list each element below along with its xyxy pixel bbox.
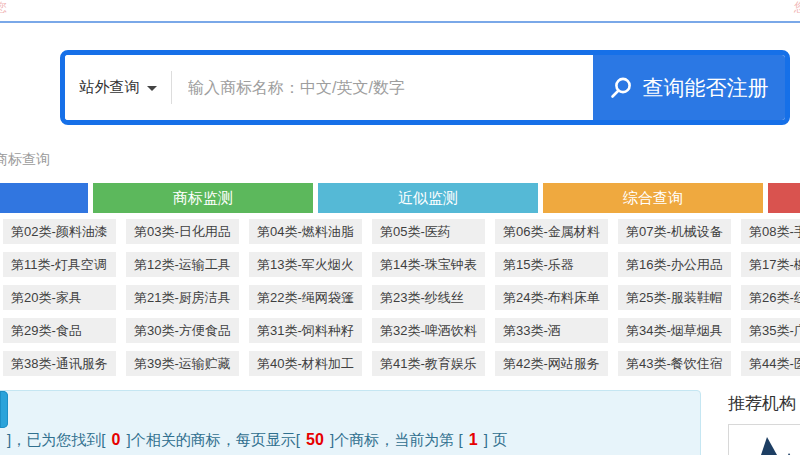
tabs-row: 商标监测近似监测综合查询 bbox=[0, 183, 800, 213]
result-info-box: ]，已为您找到[ 0 ]个相关的商标，每页显示[ 50 ]个商标，当前为第 [ … bbox=[0, 390, 701, 455]
recommend-agency-title: 推荐机构 bbox=[728, 392, 796, 415]
category-cell[interactable]: 第03类-日化用品 bbox=[126, 219, 239, 244]
category-cell[interactable]: 第34类-烟草烟具 bbox=[618, 318, 731, 343]
result-current-page: 1 bbox=[467, 431, 480, 448]
category-cell[interactable]: 第30类-方便食品 bbox=[126, 318, 239, 343]
category-cell[interactable]: 第21类-厨房洁具 bbox=[126, 285, 239, 310]
category-cell[interactable]: 第12类-运输工具 bbox=[126, 252, 239, 277]
category-cell[interactable]: 第24类-布料床单 bbox=[495, 285, 608, 310]
category-cell[interactable]: 第43类-餐饮住宿 bbox=[618, 351, 731, 376]
red-text-fragment-right: 您 bbox=[794, 1, 800, 13]
category-cell[interactable]: 第40类-材料加工 bbox=[249, 351, 362, 376]
category-cell[interactable]: 第41类-教育娱乐 bbox=[372, 351, 485, 376]
result-prefix: ]，已为您找到[ bbox=[7, 431, 110, 448]
category-cell[interactable]: 第07类-机械设备 bbox=[618, 219, 731, 244]
category-cell[interactable]: 第23类-纱线丝 bbox=[372, 285, 485, 310]
category-cell[interactable]: 第13类-军火烟火 bbox=[249, 252, 362, 277]
tab-4[interactable]: 综合查询 bbox=[543, 183, 763, 213]
category-cell[interactable]: 第16类-办公用品 bbox=[618, 252, 731, 277]
category-cell[interactable]: 第02类-颜料油漆 bbox=[3, 219, 116, 244]
trademark-search-bar: 站外查询 查询能否注册 bbox=[60, 50, 790, 125]
category-cell[interactable]: 第05类-医药 bbox=[372, 219, 485, 244]
search-icon bbox=[610, 76, 633, 99]
chevron-down-icon bbox=[147, 86, 157, 91]
result-info-text: ]，已为您找到[ 0 ]个相关的商标，每页显示[ 50 ]个商标，当前为第 [ … bbox=[7, 431, 507, 450]
category-cell[interactable]: 第22类-绳网袋篷 bbox=[249, 285, 362, 310]
result-mid1: ]个相关的商标，每页显示[ bbox=[122, 431, 304, 448]
category-cell[interactable]: 第39类-运输贮藏 bbox=[126, 351, 239, 376]
category-cell[interactable]: 第15类-乐器 bbox=[495, 252, 608, 277]
category-cell[interactable]: 第31类-饲料种籽 bbox=[249, 318, 362, 343]
category-cell[interactable]: 第17类-橡胶制品 bbox=[741, 252, 800, 277]
recommend-agency-logo-card[interactable] bbox=[728, 424, 800, 455]
result-per-page: 50 bbox=[304, 431, 326, 448]
search-button-label: 查询能否注册 bbox=[643, 74, 769, 102]
side-panel-handle[interactable] bbox=[0, 391, 8, 428]
category-cell[interactable]: 第26类-纽扣拉链 bbox=[741, 285, 800, 310]
search-scope-label: 站外查询 bbox=[80, 78, 140, 97]
tab-1[interactable] bbox=[0, 183, 88, 213]
tab-2[interactable]: 商标监测 bbox=[93, 183, 313, 213]
section-label-trademark-query: 商标查询 bbox=[0, 151, 50, 169]
category-grid: 第02类-颜料油漆第03类-日化用品第04类-燃料油脂第05类-医药第06类-金… bbox=[3, 219, 800, 376]
tab-5[interactable] bbox=[768, 183, 800, 213]
category-cell[interactable]: 第06类-金属材料 bbox=[495, 219, 608, 244]
result-count: 0 bbox=[110, 431, 123, 448]
search-scope-dropdown[interactable]: 站外查询 bbox=[65, 55, 171, 120]
header-divider-line bbox=[0, 21, 800, 23]
tab-3[interactable]: 近似监测 bbox=[318, 183, 538, 213]
category-cell[interactable]: 第25类-服装鞋帽 bbox=[618, 285, 731, 310]
category-cell[interactable]: 第42类-网站服务 bbox=[495, 351, 608, 376]
red-text-fragment-left: 您 bbox=[0, 1, 7, 13]
category-cell[interactable]: 第08类-手工器械 bbox=[741, 219, 800, 244]
search-submit-button[interactable]: 查询能否注册 bbox=[593, 55, 785, 120]
result-mid2: ]个商标，当前为第 [ bbox=[326, 431, 467, 448]
category-cell[interactable]: 第14类-珠宝钟表 bbox=[372, 252, 485, 277]
category-cell[interactable]: 第33类-酒 bbox=[495, 318, 608, 343]
category-cell[interactable]: 第44类-医疗园艺 bbox=[741, 351, 800, 376]
category-cell[interactable]: 第38类-通讯服务 bbox=[3, 351, 116, 376]
category-cell[interactable]: 第29类-食品 bbox=[3, 318, 116, 343]
result-suffix: ] 页 bbox=[480, 431, 508, 448]
category-cell[interactable]: 第11类-灯具空调 bbox=[3, 252, 116, 277]
category-cell[interactable]: 第35类-广告销售 bbox=[741, 318, 800, 343]
category-cell[interactable]: 第32类-啤酒饮料 bbox=[372, 318, 485, 343]
category-cell[interactable]: 第04类-燃料油脂 bbox=[249, 219, 362, 244]
trademark-name-input[interactable] bbox=[172, 55, 593, 120]
category-cell[interactable]: 第20类-家具 bbox=[3, 285, 116, 310]
